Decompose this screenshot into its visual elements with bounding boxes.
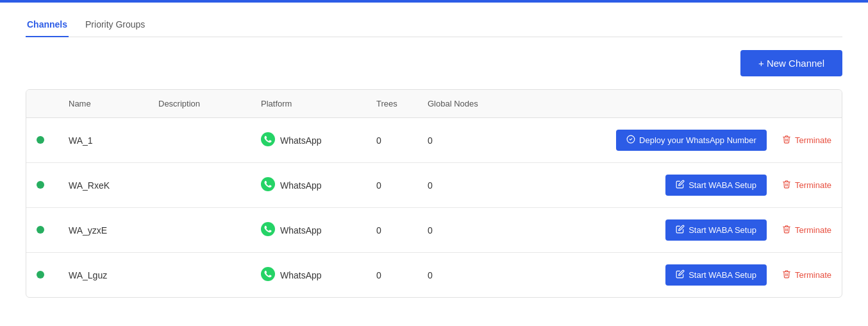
trees-value: 0	[376, 180, 381, 191]
status-dot	[37, 226, 44, 234]
action-button[interactable]: Start WABA Setup	[665, 264, 767, 286]
actions-cell: Start WABA Setup Terminate	[494, 253, 842, 298]
tabs-container: Channels Priority Groups	[26, 13, 842, 37]
status-cell	[26, 163, 58, 208]
whatsapp-icon	[261, 222, 275, 238]
name-cell: WA_Lguz	[58, 253, 148, 298]
deploy-icon	[626, 135, 635, 146]
channel-name: WA_1	[69, 135, 93, 146]
trees-cell: 0	[366, 208, 417, 253]
status-cell	[26, 208, 58, 253]
tab-priority-groups[interactable]: Priority Groups	[84, 13, 146, 37]
terminate-label: Terminate	[795, 180, 831, 190]
platform-cell: WhatsApp	[251, 118, 366, 163]
action-label: Start WABA Setup	[689, 270, 756, 280]
action-button[interactable]: Deploy your WhatsApp Number	[616, 130, 767, 151]
trees-cell: 0	[366, 118, 417, 163]
platform-cell: WhatsApp	[251, 253, 366, 298]
svg-point-4	[261, 267, 275, 281]
terminate-button[interactable]: Terminate	[782, 135, 831, 146]
actions-cell: Start WABA Setup Terminate	[494, 208, 842, 253]
whatsapp-icon	[261, 132, 275, 148]
platform-name: WhatsApp	[280, 135, 322, 146]
toolbar: + New Channel	[26, 50, 842, 76]
table-row: WA_RxeK WhatsApp 0 0 Start WABA Setup	[26, 163, 842, 208]
trees-cell: 0	[366, 253, 417, 298]
header-global-nodes: Global Nodes	[417, 90, 494, 118]
header-platform: Platform	[251, 90, 366, 118]
platform-name: WhatsApp	[280, 270, 322, 280]
trees-value: 0	[376, 225, 381, 236]
terminate-label: Terminate	[795, 270, 831, 280]
terminate-button[interactable]: Terminate	[782, 270, 831, 280]
global-nodes-value: 0	[428, 180, 433, 191]
status-dot	[37, 271, 44, 279]
trash-icon	[782, 180, 791, 191]
whatsapp-icon	[261, 267, 275, 283]
tab-channels[interactable]: Channels	[26, 13, 69, 37]
global-nodes-cell: 0	[417, 208, 494, 253]
header-trees: Trees	[366, 90, 417, 118]
terminate-button[interactable]: Terminate	[782, 180, 831, 191]
status-cell	[26, 253, 58, 298]
trash-icon	[782, 225, 791, 236]
description-cell	[148, 163, 251, 208]
trash-icon	[782, 270, 791, 280]
status-dot	[37, 181, 44, 189]
svg-point-2	[261, 177, 275, 191]
channels-table: Name Description Platform Trees Global N…	[26, 90, 842, 297]
terminate-label: Terminate	[795, 135, 831, 145]
platform-cell: WhatsApp	[251, 208, 366, 253]
channel-name: WA_yzxE	[69, 225, 107, 236]
svg-point-0	[261, 132, 275, 146]
global-nodes-value: 0	[428, 225, 433, 236]
terminate-button[interactable]: Terminate	[782, 225, 831, 236]
whatsapp-icon	[261, 177, 275, 193]
svg-point-3	[261, 222, 275, 236]
global-nodes-cell: 0	[417, 118, 494, 163]
description-cell	[148, 208, 251, 253]
action-label: Start WABA Setup	[689, 180, 756, 190]
edit-icon	[676, 225, 685, 236]
platform-name: WhatsApp	[280, 180, 322, 191]
status-dot	[37, 136, 44, 144]
table-row: WA_Lguz WhatsApp 0 0 Start WABA Setup	[26, 253, 842, 298]
description-cell	[148, 118, 251, 163]
edit-icon	[676, 180, 685, 191]
platform-name: WhatsApp	[280, 225, 322, 236]
platform-cell: WhatsApp	[251, 163, 366, 208]
global-nodes-value: 0	[428, 270, 433, 280]
channel-name: WA_RxeK	[69, 180, 110, 191]
description-cell	[148, 253, 251, 298]
action-button[interactable]: Start WABA Setup	[665, 219, 767, 241]
name-cell: WA_yzxE	[58, 208, 148, 253]
header-name: Name	[58, 90, 148, 118]
header-status	[26, 90, 58, 118]
trees-cell: 0	[366, 163, 417, 208]
actions-cell: Start WABA Setup Terminate	[494, 163, 842, 208]
edit-icon	[676, 270, 685, 280]
trees-value: 0	[376, 135, 381, 146]
action-button[interactable]: Start WABA Setup	[665, 175, 767, 196]
header-actions	[494, 90, 842, 118]
new-channel-button[interactable]: + New Channel	[740, 50, 842, 76]
name-cell: WA_RxeK	[58, 163, 148, 208]
action-label: Deploy your WhatsApp Number	[639, 135, 756, 145]
name-cell: WA_1	[58, 118, 148, 163]
actions-cell: Deploy your WhatsApp Number Terminate	[494, 118, 842, 163]
table-header-row: Name Description Platform Trees Global N…	[26, 90, 842, 118]
trees-value: 0	[376, 270, 381, 280]
channels-table-container: Name Description Platform Trees Global N…	[26, 89, 842, 298]
global-nodes-cell: 0	[417, 253, 494, 298]
terminate-label: Terminate	[795, 225, 831, 235]
global-nodes-cell: 0	[417, 163, 494, 208]
action-label: Start WABA Setup	[689, 225, 756, 235]
global-nodes-value: 0	[428, 135, 433, 146]
status-cell	[26, 118, 58, 163]
table-row: WA_yzxE WhatsApp 0 0 Start WABA Setup	[26, 208, 842, 253]
channel-name: WA_Lguz	[69, 270, 107, 280]
header-description: Description	[148, 90, 251, 118]
trash-icon	[782, 135, 791, 146]
table-row: WA_1 WhatsApp 0 0 Deploy your WhatsAp	[26, 118, 842, 163]
